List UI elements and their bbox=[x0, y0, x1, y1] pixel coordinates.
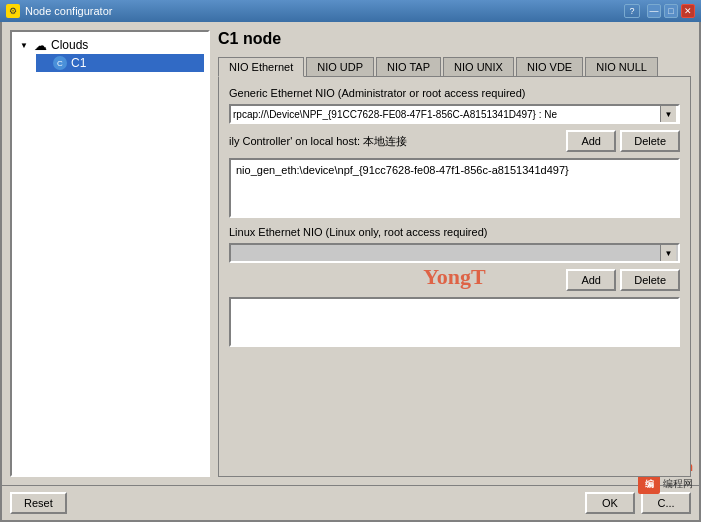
maximize-button[interactable]: □ bbox=[664, 4, 678, 18]
tree-c1-item[interactable]: C C1 bbox=[36, 54, 204, 72]
tree-clouds-label: Clouds bbox=[51, 38, 88, 52]
tab-bar: NIO Ethernet NIO UDP NIO TAP NIO UNIX NI… bbox=[218, 56, 691, 76]
window-controls: ? — □ ✕ bbox=[624, 4, 695, 18]
tab-nio-vde[interactable]: NIO VDE bbox=[516, 57, 583, 77]
linux-listbox[interactable] bbox=[229, 297, 680, 347]
tree-child-container: C C1 bbox=[36, 54, 204, 72]
reset-button[interactable]: Reset bbox=[10, 492, 67, 514]
linux-combo-row: ▼ bbox=[229, 243, 680, 263]
tab-nio-tap[interactable]: NIO TAP bbox=[376, 57, 441, 77]
tab-nio-unix[interactable]: NIO UNIX bbox=[443, 57, 514, 77]
window-title: Node configurator bbox=[25, 5, 624, 17]
linux-combo-arrow[interactable]: ▼ bbox=[660, 245, 676, 261]
ok-button[interactable]: OK bbox=[585, 492, 635, 514]
linux-device-combo[interactable]: ▼ bbox=[229, 243, 680, 263]
node-circle-icon: C bbox=[53, 56, 67, 70]
combo-dropdown-arrow[interactable]: ▼ bbox=[660, 106, 676, 122]
linux-section: Linux Ethernet NIO (Linux only, root acc… bbox=[229, 226, 680, 347]
combo-selected-text: rpcap://\Device\NPF_{91CC7628-FE08-47F1-… bbox=[233, 109, 660, 120]
bottom-bar: Reset OK C... bbox=[2, 485, 699, 520]
helper-text: ily Controller' on local host: 本地连接 bbox=[229, 134, 562, 149]
generic-action-row: ily Controller' on local host: 本地连接 Add … bbox=[229, 130, 680, 152]
cloud-icon: ☁ bbox=[32, 37, 48, 53]
generic-device-combo[interactable]: rpcap://\Device\NPF_{91CC7628-FE08-47F1-… bbox=[229, 104, 680, 124]
tree-clouds-item[interactable]: ▼ ☁ Clouds bbox=[16, 36, 204, 54]
linux-delete-button[interactable]: Delete bbox=[620, 269, 680, 291]
generic-listbox-item[interactable]: nio_gen_eth:\device\npf_{91cc7628-fe08-4… bbox=[234, 163, 675, 177]
linux-action-row: Add Delete bbox=[229, 269, 680, 291]
title-bar: ⚙ Node configurator ? — □ ✕ bbox=[0, 0, 701, 22]
tree-panel: ▼ ☁ Clouds C C1 bbox=[10, 30, 210, 477]
main-window: ▼ ☁ Clouds C C1 C1 node NIO Ethe bbox=[0, 22, 701, 522]
tree-leaf-spacer bbox=[38, 57, 50, 69]
generic-combo-row: rpcap://\Device\NPF_{91CC7628-FE08-47F1-… bbox=[229, 104, 680, 124]
help-button[interactable]: ? bbox=[624, 4, 640, 18]
generic-listbox[interactable]: nio_gen_eth:\device\npf_{91cc7628-fe08-4… bbox=[229, 158, 680, 218]
tree-expand-arrow[interactable]: ▼ bbox=[18, 39, 30, 51]
app-icon: ⚙ bbox=[6, 4, 20, 18]
tree-c1-label: C1 bbox=[71, 56, 86, 70]
linux-add-button[interactable]: Add bbox=[566, 269, 616, 291]
generic-add-button[interactable]: Add bbox=[566, 130, 616, 152]
cancel-button[interactable]: C... bbox=[641, 492, 691, 514]
close-button[interactable]: ✕ bbox=[681, 4, 695, 18]
minimize-button[interactable]: — bbox=[647, 4, 661, 18]
content-area: ▼ ☁ Clouds C C1 C1 node NIO Ethe bbox=[2, 22, 699, 485]
tab-nio-ethernet[interactable]: NIO Ethernet bbox=[218, 57, 304, 77]
tab-content: Generic Ethernet NIO (Administrator or r… bbox=[218, 76, 691, 477]
bottom-right-buttons: OK C... bbox=[585, 492, 691, 514]
generic-section-label: Generic Ethernet NIO (Administrator or r… bbox=[229, 87, 680, 99]
linux-section-label: Linux Ethernet NIO (Linux only, root acc… bbox=[229, 226, 680, 238]
tab-nio-null[interactable]: NIO NULL bbox=[585, 57, 658, 77]
generic-delete-button[interactable]: Delete bbox=[620, 130, 680, 152]
tab-nio-udp[interactable]: NIO UDP bbox=[306, 57, 374, 77]
panel-title: C1 node bbox=[218, 30, 691, 48]
right-panel: C1 node NIO Ethernet NIO UDP NIO TAP NIO… bbox=[218, 30, 691, 477]
node-icon: C bbox=[52, 55, 68, 71]
